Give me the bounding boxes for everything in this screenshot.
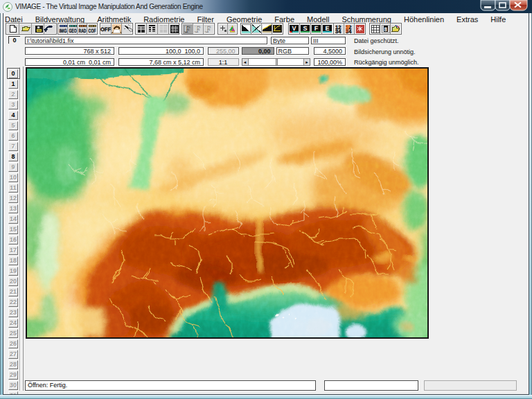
svg-text:34: 34 (335, 28, 342, 35)
svg-text:8: 8 (384, 26, 387, 33)
svg-text:S: S (303, 25, 307, 32)
svg-text:F: F (184, 24, 190, 34)
svg-text:F: F (314, 25, 319, 32)
svg-text:E: E (325, 25, 329, 32)
svg-text:OFF: OFF (100, 26, 111, 33)
svg-text:F: F (205, 24, 211, 34)
svg-text:RAD: RAD (79, 28, 87, 34)
svg-text:COF: COF (89, 28, 96, 34)
svg-text:IMG: IMG (60, 28, 67, 34)
svg-text:V: V (292, 25, 296, 32)
svg-text:GEO: GEO (69, 28, 77, 34)
svg-text:F: F (195, 24, 200, 34)
